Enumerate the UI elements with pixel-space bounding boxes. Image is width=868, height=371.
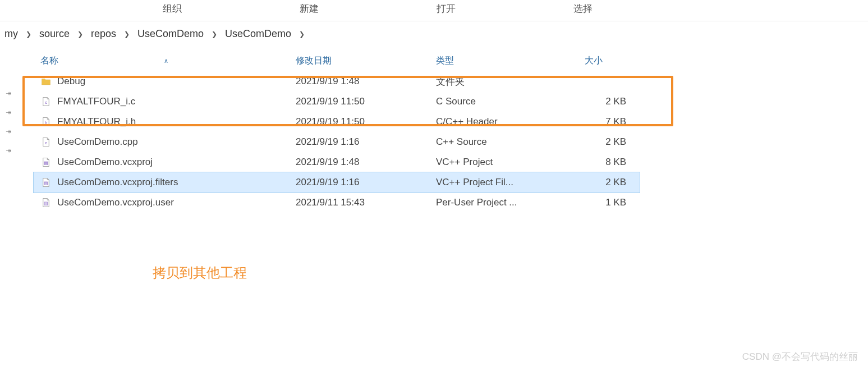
file-list: 名称 ∧ 修改日期 类型 大小 Debug 2021/9/19 1:48 文件夹… — [34, 51, 640, 213]
pin-icon[interactable] — [4, 128, 12, 136]
c-icon: c — [40, 96, 52, 107]
chevron-right-icon[interactable]: ❯ — [22, 30, 35, 38]
table-row[interactable]: ▤ UseComDemo.vcxproj.filters 2021/9/19 1… — [34, 172, 640, 193]
table-row[interactable]: c FMYALTFOUR_i.c 2021/9/19 11:50 C Sourc… — [34, 91, 640, 112]
svg-text:▤: ▤ — [44, 181, 48, 186]
file-name: Debug — [57, 76, 85, 87]
sort-asc-icon: ∧ — [164, 57, 168, 65]
table-row[interactable]: h FMYALTFOUR_i.h 2021/9/19 11:50 C/C++ H… — [34, 112, 640, 132]
file-modified: 2021/9/19 11:50 — [289, 96, 429, 107]
file-size: 2 KB — [578, 177, 634, 188]
table-row[interactable]: ▤ UseComDemo.vcxproj.user 2021/9/11 15:4… — [34, 193, 640, 213]
svg-text:c: c — [45, 140, 47, 145]
table-row[interactable]: ▤ UseComDemo.vcxproj 2021/9/19 1:48 VC++… — [34, 152, 640, 172]
file-modified: 2021/9/11 15:43 — [289, 197, 429, 208]
chevron-right-icon[interactable]: ❯ — [74, 30, 86, 38]
file-type: VC++ Project — [429, 157, 578, 168]
col-size[interactable]: 大小 — [578, 55, 634, 67]
col-type[interactable]: 类型 — [429, 55, 578, 67]
cpp-icon: c — [40, 136, 52, 148]
file-size: 8 KB — [578, 157, 634, 168]
ribbon-group-new: 新建 — [300, 2, 319, 15]
file-type: 文件夹 — [429, 75, 578, 88]
col-modified[interactable]: 修改日期 — [289, 55, 429, 67]
svg-text:▤: ▤ — [44, 201, 48, 206]
col-name-label: 名称 — [40, 55, 58, 67]
folder-icon — [40, 76, 52, 87]
pin-icon[interactable] — [4, 90, 12, 98]
file-name: FMYALTFOUR_i.h — [57, 116, 136, 127]
svg-text:h: h — [45, 120, 47, 125]
file-size: 2 KB — [578, 96, 634, 107]
file-type: C Source — [429, 96, 578, 107]
file-modified: 2021/9/19 1:48 — [289, 76, 429, 87]
table-row[interactable]: Debug 2021/9/19 1:48 文件夹 — [34, 71, 640, 91]
h-icon: h — [40, 116, 52, 127]
file-size: 7 KB — [578, 116, 634, 127]
watermark: CSDN @不会写代码的丝丽 — [742, 350, 858, 363]
file-name: UseComDemo.vcxproj.user — [57, 197, 174, 208]
chevron-right-icon[interactable]: ❯ — [296, 30, 308, 38]
file-modified: 2021/9/19 1:16 — [289, 136, 429, 148]
breadcrumb-seg-3[interactable]: UseComDemo — [135, 27, 206, 41]
file-name: UseComDemo.vcxproj.filters — [57, 177, 178, 188]
svg-text:c: c — [45, 100, 47, 105]
file-name: FMYALTFOUR_i.c — [57, 96, 135, 107]
breadcrumb-seg-4[interactable]: UseComDemo — [223, 27, 293, 41]
file-size: 1 KB — [578, 197, 634, 208]
file-type: Per-User Project ... — [429, 197, 578, 208]
breadcrumb-seg-1[interactable]: source — [37, 27, 72, 41]
user-icon: ▤ — [40, 197, 52, 208]
file-type: VC++ Project Fil... — [429, 177, 578, 188]
col-name[interactable]: 名称 ∧ — [34, 55, 289, 67]
file-modified: 2021/9/19 1:16 — [289, 177, 429, 188]
file-name: UseComDemo.vcxproj — [57, 157, 153, 168]
quick-access-strip — [0, 90, 17, 155]
file-modified: 2021/9/19 11:50 — [289, 116, 429, 127]
ribbon-group-open: 打开 — [437, 2, 456, 15]
ribbon-group-labels: 组织 新建 打开 选择 — [0, 0, 868, 21]
ribbon-group-organize: 组织 — [163, 2, 182, 15]
breadcrumb[interactable]: my ❯ source ❯ repos ❯ UseComDemo ❯ UseCo… — [0, 21, 868, 47]
filters-icon: ▤ — [40, 177, 52, 188]
file-name: UseComDemo.cpp — [57, 136, 138, 148]
annotation-text: 拷贝到其他工程 — [153, 264, 247, 282]
column-headers: 名称 ∧ 修改日期 类型 大小 — [34, 51, 640, 71]
file-type: C/C++ Header — [429, 116, 578, 127]
ribbon-group-select: 选择 — [573, 2, 593, 15]
svg-text:▤: ▤ — [44, 161, 48, 166]
table-row[interactable]: c UseComDemo.cpp 2021/9/19 1:16 C++ Sour… — [34, 132, 640, 152]
file-type: C++ Source — [429, 136, 578, 148]
chevron-right-icon[interactable]: ❯ — [208, 30, 221, 38]
pin-icon[interactable] — [4, 147, 12, 155]
file-modified: 2021/9/19 1:48 — [289, 157, 429, 168]
pin-icon[interactable] — [4, 109, 12, 117]
file-size: 2 KB — [578, 136, 634, 148]
chevron-right-icon[interactable]: ❯ — [121, 30, 133, 38]
vcxproj-icon: ▤ — [40, 157, 52, 168]
breadcrumb-seg-2[interactable]: repos — [89, 27, 118, 41]
breadcrumb-seg-0[interactable]: my — [2, 27, 20, 41]
